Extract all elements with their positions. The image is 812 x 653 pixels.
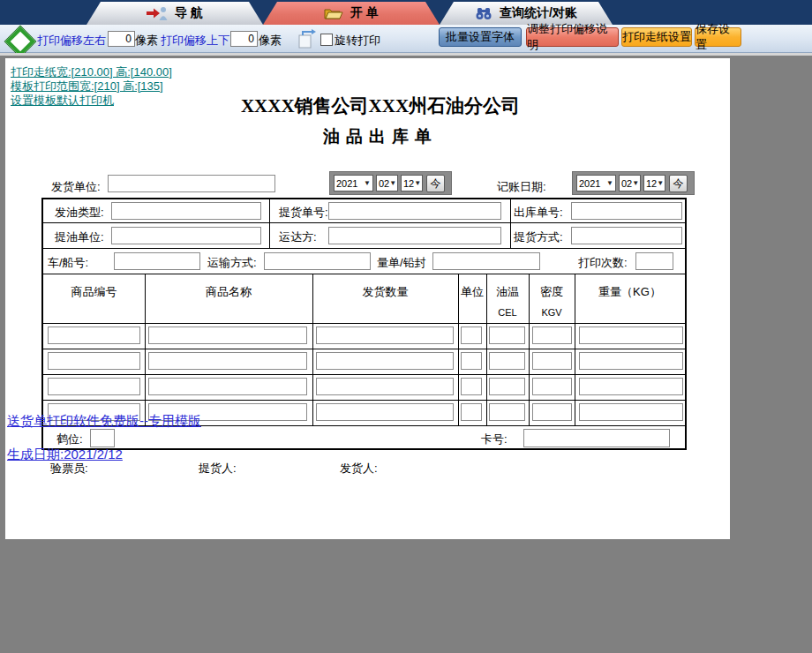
item-density-input[interactable] [532, 352, 572, 370]
today-button[interactable]: 今 [669, 175, 688, 192]
chevron-down-icon: ▼ [606, 179, 613, 187]
item-unit-input[interactable] [461, 352, 482, 370]
item-name-input[interactable] [148, 352, 307, 370]
item-row [43, 349, 685, 374]
card-no-input[interactable] [523, 429, 670, 447]
pickup-mode-label: 提货方式: [514, 229, 563, 245]
pickup-no-label: 提货单号: [279, 205, 328, 221]
px-label-2: 像素 [259, 33, 282, 49]
table-line [510, 199, 511, 248]
month-select[interactable]: 02▼ [376, 175, 398, 191]
seal-input[interactable] [432, 252, 540, 270]
date-picker-2: 2021▼ 02▼ 12▼ 今 [572, 171, 695, 195]
item-row [43, 323, 685, 349]
item-qty-input[interactable] [316, 326, 454, 344]
outbound-no-input[interactable] [571, 202, 682, 220]
vehicle-input[interactable] [114, 252, 200, 270]
oil-type-label: 发油类型: [55, 205, 104, 221]
item-weight-input[interactable] [579, 403, 683, 421]
tab-label: 查询统计/对账 [500, 5, 577, 21]
px-label-1: 像素 [135, 33, 158, 49]
item-density-input[interactable] [532, 326, 572, 344]
tab-navigation[interactable]: 导 航 [86, 2, 263, 25]
item-unit-input[interactable] [461, 403, 482, 421]
item-code-input[interactable] [48, 352, 140, 370]
tab-billing[interactable]: 开 单 [263, 2, 440, 25]
item-code-input[interactable] [48, 378, 140, 395]
item-unit-input[interactable] [461, 378, 482, 395]
transport-input[interactable] [264, 252, 371, 270]
col-header-oil-temp: 油温 [486, 284, 529, 300]
print-toolbar: 打印偏移左右 0 像素 打印偏移上下 0 像素 旋转打印 批量设置字体 调整打印… [0, 25, 812, 53]
table-line [43, 222, 685, 223]
rotate-print-checkbox[interactable] [320, 34, 333, 46]
col-header-density-unit: KGV [529, 307, 575, 318]
chevron-down-icon: ▼ [657, 179, 664, 187]
generated-date-link[interactable]: 生成日期:2021/2/12 [7, 447, 123, 463]
day-select[interactable]: 12▼ [643, 175, 665, 191]
month-select[interactable]: 02▼ [619, 175, 641, 191]
oil-unit-label: 提油单位: [55, 229, 104, 245]
year-select[interactable]: 2021▼ [576, 175, 616, 191]
ship-unit-input[interactable] [108, 175, 275, 192]
oil-type-input[interactable] [111, 202, 261, 220]
paper-feed-button[interactable]: 打印走纸设置 [621, 27, 692, 47]
ship-unit-label: 发货单位: [51, 179, 101, 195]
col-header-quantity: 发货数量 [312, 284, 458, 300]
offset-tb-input[interactable]: 0 [230, 31, 258, 47]
adjust-offset-help-button[interactable]: 调整打印偏移说明 [526, 27, 619, 47]
item-oiltemp-input[interactable] [489, 326, 525, 344]
item-qty-input[interactable] [316, 403, 454, 421]
pickup-mode-input[interactable] [571, 227, 682, 244]
offset-tb-label: 打印偏移上下 [161, 33, 229, 49]
item-oiltemp-input[interactable] [489, 352, 525, 370]
col-header-density: 密度 [529, 284, 575, 300]
item-row [43, 374, 685, 400]
save-settings-button[interactable]: 保存设置 [695, 27, 741, 47]
item-weight-input[interactable] [579, 326, 683, 344]
batch-font-button[interactable]: 批量设置字体 [439, 27, 522, 47]
print-count-input[interactable] [635, 252, 673, 270]
item-weight-input[interactable] [579, 378, 683, 395]
item-name-input[interactable] [148, 378, 307, 395]
col-header-oil-temp-unit: CEL [486, 307, 529, 318]
template-page: 打印走纸宽:[210.00] 高:[140.00] 模板打印范围宽:[210] … [5, 58, 730, 539]
seal-label: 量单/铅封 [377, 255, 426, 271]
software-watermark-link[interactable]: 送货单打印软件免费版--专用模版 [7, 413, 201, 430]
workspace: 打印走纸宽:[210.00] 高:[140.00] 模板打印范围宽:[210] … [0, 53, 812, 653]
pickup-no-input[interactable] [328, 202, 501, 220]
year-select[interactable]: 2021▼ [334, 175, 373, 191]
destination-input[interactable] [328, 227, 501, 244]
crane-position-input[interactable] [90, 429, 115, 447]
vehicle-label: 车/船号: [48, 255, 88, 271]
tab-label: 导 航 [175, 5, 203, 21]
print-count-label: 打印次数: [578, 255, 628, 271]
oil-unit-input[interactable] [111, 227, 261, 244]
item-oiltemp-input[interactable] [489, 403, 525, 421]
binoculars-icon [475, 6, 492, 20]
item-qty-input[interactable] [316, 352, 454, 370]
col-header-unit: 单位 [458, 284, 486, 300]
shipper-label: 发货人: [340, 461, 378, 477]
app-window: 导 航 开 单 [0, 0, 812, 653]
offset-lr-label: 打印偏移左右 [37, 33, 106, 49]
chevron-down-icon: ▼ [414, 179, 421, 187]
chevron-down-icon: ▼ [632, 179, 639, 187]
rotate-print-icon [297, 28, 318, 49]
item-name-input[interactable] [148, 326, 307, 344]
tab-label: 开 单 [350, 5, 379, 21]
item-oiltemp-input[interactable] [489, 378, 525, 395]
item-weight-input[interactable] [579, 352, 683, 370]
item-unit-input[interactable] [461, 326, 482, 344]
offset-lr-input[interactable]: 0 [108, 31, 135, 47]
day-select[interactable]: 12▼ [401, 175, 423, 191]
form-title: 油品出库单 [54, 125, 707, 148]
item-density-input[interactable] [532, 403, 572, 421]
item-density-input[interactable] [532, 378, 572, 395]
today-button[interactable]: 今 [426, 175, 445, 192]
item-code-input[interactable] [48, 326, 140, 344]
item-qty-input[interactable] [316, 378, 454, 395]
table-line [43, 274, 685, 274]
record-date-label: 记账日期: [497, 179, 546, 195]
col-header-product-code: 商品编号 [43, 284, 145, 300]
